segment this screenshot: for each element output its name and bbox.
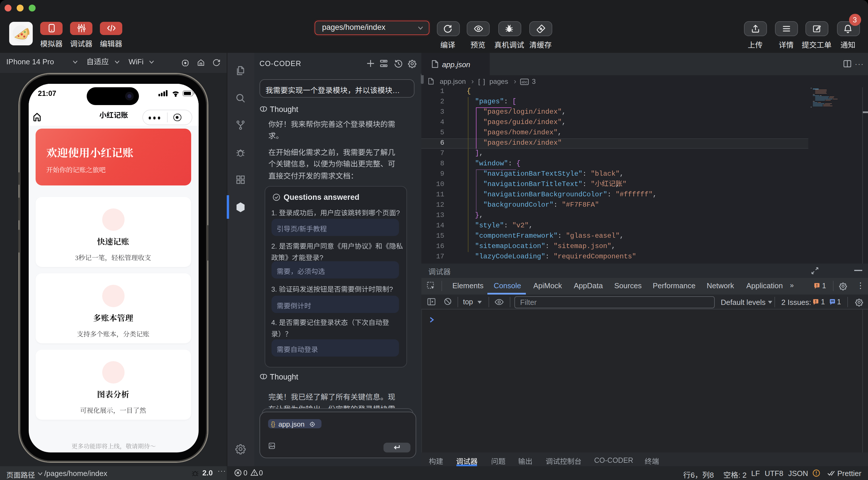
- svg-text:abc: abc: [521, 80, 527, 84]
